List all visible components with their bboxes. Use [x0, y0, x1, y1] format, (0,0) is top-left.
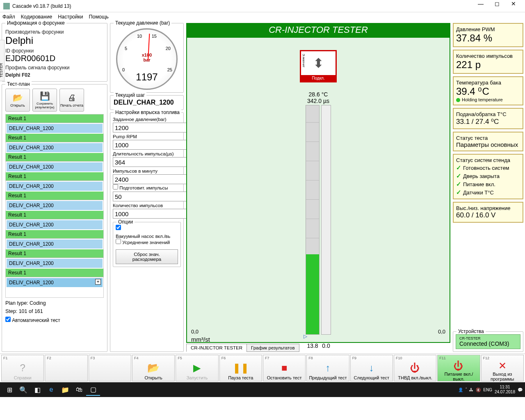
current-step-group: Текущий шаг DELIV_CHAR_1200 — [110, 95, 184, 110]
flow-value: 33.1 / 27.4 ⁰C — [456, 117, 520, 126]
tab-tester[interactable]: CR-INJECTOR TESTER — [186, 344, 247, 352]
f2-button[interactable]: F2 — [45, 355, 87, 381]
edge-icon[interactable]: e — [44, 383, 58, 396]
f9-button[interactable]: F9↓Следующий тест — [350, 355, 393, 381]
store-icon[interactable]: 🛍 — [72, 383, 86, 396]
menu-file[interactable]: Файл — [2, 14, 15, 20]
auto-test-checkbox[interactable] — [5, 317, 11, 322]
print-button[interactable]: 🖨 Печать отчета — [59, 89, 84, 112]
result-item[interactable]: DELIV_CHAR_1200 — [7, 143, 103, 152]
results-list[interactable]: Result 1DELIV_CHAR_1200Result 1DELIV_CHA… — [5, 114, 104, 298]
result-item[interactable]: DELIV_CHAR_1200 — [7, 162, 103, 171]
close-button[interactable]: ✕ — [505, 0, 522, 12]
reset-flowmeter-button[interactable]: Сброс знач. расходомера — [116, 249, 178, 264]
tray-clock[interactable]: 11:31 24.07.2018 — [495, 385, 515, 395]
pwm-panel: Давление PWM 37.84 % — [453, 23, 523, 47]
result-header[interactable]: Result 1 — [6, 269, 103, 277]
flow-temp-panel: Подача/обратка T°C 33.1 / 27.4 ⁰C — [453, 108, 523, 129]
result-item[interactable]: DELIV_CHAR_1200+ — [7, 278, 103, 287]
taskview-icon[interactable]: ◧ — [30, 383, 44, 396]
result-header[interactable]: Result 1 — [6, 134, 103, 142]
injector-icon: ⬍ — [301, 51, 336, 75]
tray-network-icon[interactable]: 🖧 — [469, 388, 473, 392]
folder-icon: 📂 — [13, 93, 23, 103]
menu-help[interactable]: Помощь — [89, 14, 108, 20]
tester-pulse: 342.0 µs — [307, 98, 329, 104]
result-header[interactable]: Result 1 — [6, 172, 103, 181]
result-header[interactable]: Result 1 — [6, 114, 103, 123]
result-item[interactable]: DELIV_CHAR_1200 — [7, 240, 103, 249]
prep-check[interactable]: Подготовит. импульсы — [113, 185, 168, 190]
result-item[interactable]: DELIV_CHAR_1200 — [7, 259, 103, 268]
print-label: Печать отчета — [60, 103, 83, 107]
f11-button[interactable]: F11⏻Питание вкл./выкл. — [437, 355, 480, 381]
f4-button[interactable]: F4📂Открыть — [132, 355, 175, 381]
ipm-label: Импульсов в минуту — [113, 169, 181, 173]
tray-lang[interactable]: ENG — [483, 388, 492, 392]
result-item[interactable]: DELIV_CHAR_1200 — [7, 182, 103, 191]
pulse-input[interactable] — [113, 157, 195, 167]
tab-graph[interactable]: График результатов — [247, 344, 299, 352]
maximize-button[interactable]: ◻ — [489, 0, 505, 12]
result-header[interactable]: Result 1 — [6, 153, 103, 162]
options-title: Опции — [116, 219, 135, 225]
holding-status: Holding temperature — [456, 97, 520, 102]
power-icon: ⏻ — [396, 360, 434, 375]
voltage-value: 60.0 / 16.0 V — [456, 211, 520, 219]
auto-test-check[interactable]: Автоматический тест — [5, 317, 104, 323]
f5-button[interactable]: F5▶Запустить — [176, 355, 218, 381]
settings-title: Настройки впрыска топлива — [114, 110, 181, 115]
f10-button[interactable]: F10⏻ТНВД вкл./выкл. — [394, 355, 436, 381]
result-header[interactable]: Result 1 — [6, 249, 103, 258]
mfr-label: Производитель форсунки — [5, 29, 104, 35]
pressure-input[interactable] — [113, 123, 195, 132]
app-taskbar-icon[interactable]: ▢ — [86, 383, 100, 396]
result-header[interactable]: Result 1 — [6, 230, 103, 239]
menu-settings[interactable]: Настройки — [58, 14, 83, 20]
zero-right: 0,0 — [438, 329, 445, 335]
f3-button[interactable]: F3 — [89, 355, 131, 381]
tray-up-icon[interactable]: ˆ — [466, 388, 467, 392]
tray-people-icon[interactable]: 👤 — [458, 388, 463, 392]
result-item[interactable]: DELIV_CHAR_1200 — [7, 220, 103, 229]
gauge-unit: x100 bar — [117, 52, 176, 62]
tester-view: Э.магнит ⬍ Подкл. 28.6 °C 342.0 µs ▷ 13.… — [186, 37, 450, 343]
vacuum-check[interactable] — [116, 226, 121, 231]
taskbar: ⊞ 🔍 ◧ e 📁 🛍 ▢ 👤 ˆ 🖧 🔇 ENG 11:31 24.07.20… — [0, 382, 525, 397]
f12-button[interactable]: F12✕Выход из программы — [481, 355, 524, 381]
device-item[interactable]: CR-TESTER Connected (COM3) — [456, 334, 520, 349]
search-icon[interactable]: 🔍 — [16, 383, 30, 396]
ipm-input[interactable] — [113, 174, 195, 184]
tray-notifications-icon[interactable]: 💬 — [518, 388, 523, 392]
expand-icon[interactable]: + — [95, 279, 101, 285]
devices-title: Устройства — [457, 329, 486, 334]
avg-check[interactable]: Усреднение значений — [116, 240, 170, 245]
tray-volume-icon[interactable]: 🔇 — [476, 388, 481, 392]
result-item[interactable]: DELIV_CHAR_1200 — [7, 124, 103, 133]
f8-button[interactable]: F8↑Предыдущий тест — [306, 355, 349, 381]
check-icon: ✓ — [456, 172, 461, 179]
result-header[interactable]: Result 1 — [6, 211, 103, 219]
id-value: EJDR00601D — [5, 54, 104, 63]
open-label: Открыть — [10, 103, 25, 107]
sidebar-tab[interactable]: CR-INJECTOR TESTER — [0, 40, 5, 81]
open-button[interactable]: 📂 Открыть — [5, 89, 30, 112]
gauge-value: 1197 — [117, 71, 176, 83]
device-status: Connected (COM3) — [459, 340, 517, 347]
titlebar: Cascade v0.18.7 (build 13) — ◻ ✕ — [0, 0, 525, 12]
f6-button[interactable]: F6❚❚Пауза теста — [219, 355, 262, 381]
explorer-icon[interactable]: 📁 — [58, 383, 72, 396]
result-item[interactable]: DELIV_CHAR_1200 — [7, 201, 103, 210]
f1-button[interactable]: F1?Справки — [1, 355, 44, 381]
count-input[interactable] — [113, 209, 195, 219]
f7-button[interactable]: F7■Остановить тест — [263, 355, 306, 381]
rpm-input[interactable] — [113, 140, 195, 150]
start-button[interactable]: ⊞ — [2, 383, 16, 396]
save-button[interactable]: 💾 Сохранить результат(ы) — [32, 89, 57, 112]
pulse-label: Длительность импульса(µs) — [113, 151, 181, 156]
magnet-label: Э.магнит — [302, 54, 306, 67]
menu-coding[interactable]: Кодирование — [21, 14, 52, 20]
minimize-button[interactable]: — — [472, 0, 489, 12]
prep-input[interactable] — [113, 192, 195, 201]
result-header[interactable]: Result 1 — [6, 192, 103, 200]
